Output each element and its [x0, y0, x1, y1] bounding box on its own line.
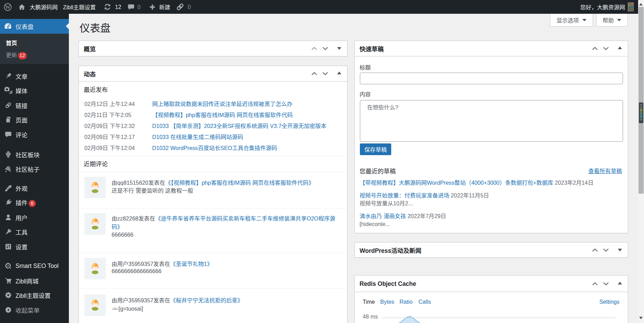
svg-text:W: W — [5, 4, 10, 10]
